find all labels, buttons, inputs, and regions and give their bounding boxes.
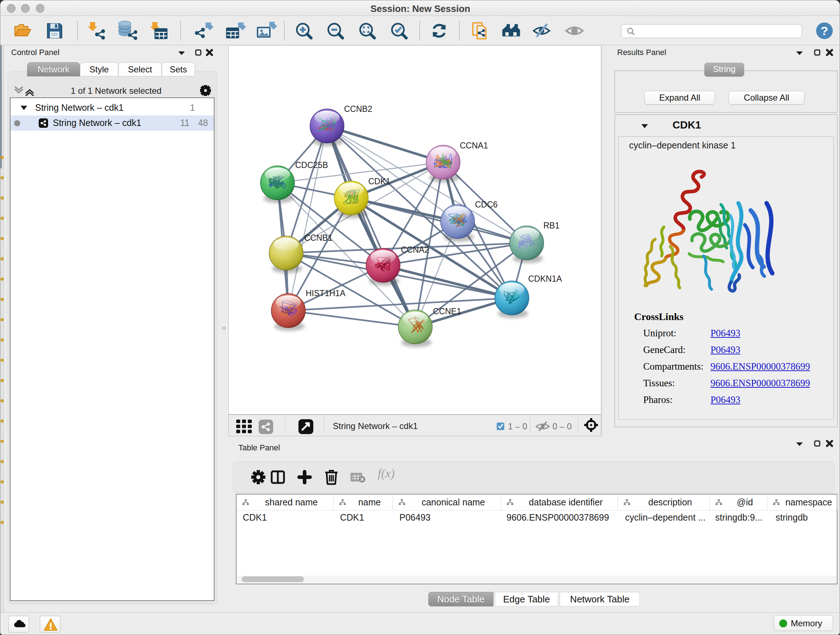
svg-text:CCNB2: CCNB2: [344, 104, 372, 114]
svg-text:CDC6: CDC6: [475, 200, 498, 209]
svg-text:CDK1: CDK1: [368, 177, 390, 186]
svg-text:?: ?: [821, 24, 829, 38]
svg-text:CCNB1: CCNB1: [304, 233, 332, 242]
svg-text:CDKN1A: CDKN1A: [528, 274, 562, 283]
svg-text:CCNA2: CCNA2: [401, 245, 429, 255]
svg-text:CCNA1: CCNA1: [460, 141, 488, 150]
svg-text:CDC25B: CDC25B: [295, 160, 328, 170]
svg-text:HIST1H1A: HIST1H1A: [306, 288, 346, 298]
svg-text:CCNE1: CCNE1: [433, 307, 461, 316]
svg-text:RB1: RB1: [543, 221, 560, 230]
